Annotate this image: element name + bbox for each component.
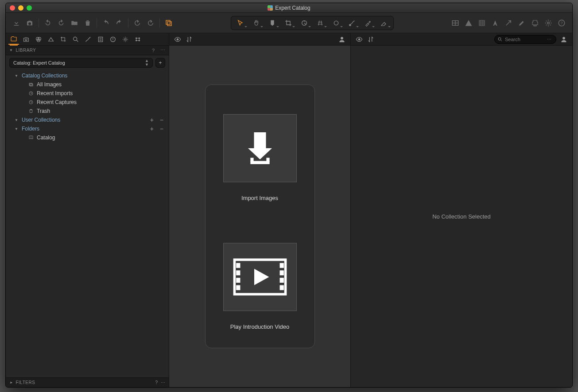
app-window: Expert Catalog (5, 3, 573, 388)
loupe-tool[interactable] (265, 17, 280, 29)
film-play-icon (231, 255, 289, 299)
window-title: Expert Catalog (275, 5, 310, 11)
metadata-tab[interactable] (108, 34, 118, 45)
import-images-label: Import Images (241, 195, 278, 201)
play-intro-video-button[interactable] (223, 243, 297, 311)
viewer-visibility-toggle[interactable] (173, 34, 182, 45)
local-adjust-tab[interactable] (83, 34, 93, 45)
grid-overlay-button[interactable] (476, 17, 488, 29)
print-button[interactable] (529, 17, 541, 29)
svg-rect-39 (279, 263, 283, 268)
recent-imports-item[interactable]: Recent Imports (6, 89, 169, 98)
help-button[interactable]: ? (555, 17, 568, 29)
brush-tool[interactable] (345, 17, 360, 29)
keystone-tool[interactable] (313, 17, 328, 29)
svg-point-22 (341, 37, 343, 39)
redo-adjustment-button[interactable] (144, 17, 157, 29)
trash-button[interactable] (81, 17, 94, 29)
exposure-tab[interactable] (46, 34, 56, 45)
color-tab[interactable] (33, 34, 44, 45)
browser-visibility-toggle[interactable] (354, 34, 364, 45)
output-tab[interactable] (120, 34, 131, 45)
library-tab[interactable] (8, 34, 19, 45)
copy-adjustments-button[interactable] (163, 17, 175, 29)
welcome-card: Import Images (205, 85, 315, 348)
catalog-add-button[interactable]: + (155, 58, 165, 68)
svg-point-9 (25, 38, 27, 40)
svg-point-4 (349, 24, 351, 26)
search-options-icon[interactable]: ⋯ (547, 37, 552, 42)
item-label: Recent Imports (37, 90, 73, 96)
svg-point-6 (547, 22, 550, 24)
chevron-down-icon: ▼ (15, 118, 18, 122)
section-label: Folders (22, 126, 39, 132)
folders-header[interactable]: ▼ Folders + − (6, 124, 169, 133)
select-tool[interactable] (233, 17, 248, 29)
browser-sort-toggle[interactable] (366, 34, 376, 45)
pan-tool[interactable] (249, 17, 264, 29)
crop-tool[interactable] (281, 17, 296, 29)
svg-rect-27 (30, 84, 33, 86)
capture-button[interactable] (23, 17, 36, 29)
spot-tool[interactable] (329, 17, 344, 29)
export-button[interactable] (502, 17, 515, 29)
panel-menu-icon[interactable]: ⋯ (160, 47, 166, 53)
no-collection-message: No Collection Selected (432, 213, 491, 220)
viewer-sort-toggle[interactable] (184, 34, 194, 45)
eyedropper-tool[interactable] (361, 17, 376, 29)
straighten-tool[interactable] (297, 17, 312, 29)
catalog-selector[interactable]: Catalog: Expert Catalog ▲▼ (9, 58, 153, 68)
all-images-item[interactable]: All Images (6, 80, 169, 89)
warning-icon[interactable] (462, 17, 475, 29)
search-input[interactable] (505, 37, 545, 42)
grid-view-button[interactable] (449, 17, 462, 29)
user-collections-header[interactable]: ▼ User Collections + − (6, 115, 169, 124)
rotate-right-button[interactable] (55, 17, 67, 29)
filters-panel-header[interactable]: ▼ FILTERS ? ⋯ (6, 377, 169, 387)
annotation-text-button[interactable] (489, 17, 501, 29)
catalog-collections-header[interactable]: ▼ Catalog Collections (6, 71, 169, 80)
add-folder-button[interactable]: + (148, 125, 155, 132)
import-button[interactable] (10, 17, 23, 29)
download-icon (240, 128, 280, 168)
lens-tab[interactable] (58, 34, 69, 45)
import-images-button[interactable] (223, 114, 297, 182)
main-toolbar: ? (6, 13, 572, 33)
folder-catalog-item[interactable]: Catalog (6, 133, 169, 142)
add-collection-button[interactable]: + (148, 116, 155, 123)
edit-button[interactable] (516, 17, 528, 29)
section-label: Catalog Collections (22, 73, 67, 79)
svg-point-24 (498, 38, 501, 40)
cursor-tools (231, 16, 394, 30)
undo-button[interactable] (100, 17, 112, 29)
svg-point-25 (562, 37, 565, 39)
remove-folder-button[interactable]: − (158, 125, 165, 132)
panel-help-icon[interactable]: ? (152, 48, 155, 53)
panel-menu-icon[interactable]: ⋯ (161, 380, 166, 385)
section-label: User Collections (22, 117, 60, 123)
svg-rect-41 (279, 278, 283, 283)
viewer-user-icon[interactable] (337, 34, 347, 45)
filters-panel-title: FILTERS (16, 380, 35, 385)
redo-button[interactable] (113, 17, 125, 29)
panel-help-icon[interactable]: ? (155, 380, 158, 385)
item-label: All Images (37, 81, 62, 88)
browser-panel: No Collection Selected (351, 46, 572, 387)
remove-collection-button[interactable]: − (158, 116, 165, 123)
library-panel-header[interactable]: ▼ LIBRARY ? ⋯ (6, 46, 169, 55)
folder-button[interactable] (68, 17, 81, 29)
adjustments-tab[interactable] (95, 34, 106, 45)
details-tab[interactable] (70, 34, 81, 45)
reset-button[interactable] (131, 17, 144, 29)
settings-button[interactable] (542, 17, 555, 29)
capture-tab[interactable] (21, 34, 31, 45)
search-icon (497, 37, 503, 42)
rotate-left-button[interactable] (42, 17, 54, 29)
search-field[interactable]: ⋯ (494, 35, 556, 44)
trash-item[interactable]: Trash (6, 107, 169, 115)
svg-rect-35 (236, 263, 240, 268)
browser-user-icon[interactable] (559, 34, 569, 45)
batch-tab[interactable] (132, 34, 143, 45)
recent-captures-item[interactable]: Recent Captures (6, 98, 169, 107)
eraser-tool[interactable] (376, 17, 392, 29)
